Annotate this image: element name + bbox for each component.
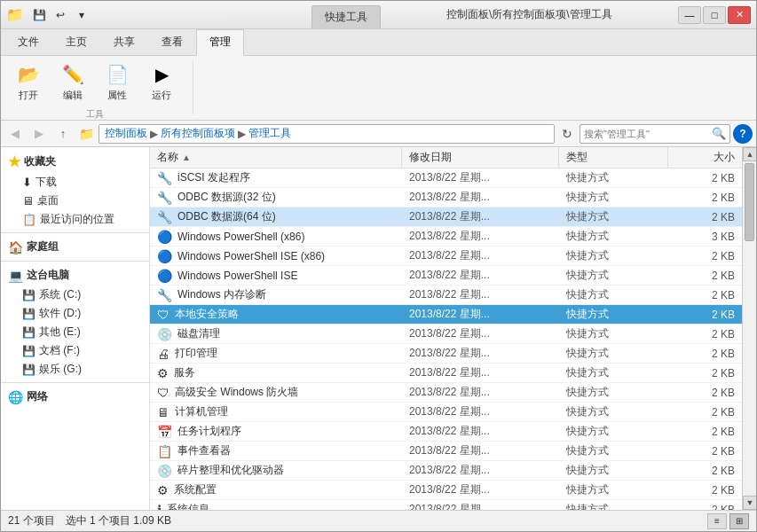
table-row[interactable]: 💿 磁盘清理 2013/8/22 星期... 快捷方式 2 KB	[150, 325, 742, 344]
qat-undo[interactable]: ↩	[51, 5, 70, 25]
scrollbar-thumb[interactable]	[745, 163, 754, 241]
sidebar-item-f[interactable]: 💾 文档 (F:)	[1, 341, 149, 360]
close-button[interactable]: ✕	[728, 6, 751, 24]
col-name-label: 名称	[157, 150, 178, 165]
file-icon: 🔵	[157, 249, 172, 263]
file-size-cell: 2 KB	[668, 463, 742, 479]
table-row[interactable]: 🛡 高级安全 Windows 防火墙 2013/8/22 星期... 快捷方式 …	[150, 383, 742, 403]
file-date-cell: 2013/8/22 星期...	[402, 481, 559, 499]
file-size-cell: 2 KB	[668, 443, 742, 459]
minimize-button[interactable]: —	[678, 6, 701, 24]
drive-e-label: 其他 (E:)	[39, 325, 81, 340]
table-row[interactable]: ℹ 系统信息 2013/8/22 星期... 快捷方式 2 KB	[150, 500, 742, 510]
scrollbar-down[interactable]: ▼	[743, 496, 756, 510]
file-icon: 🖥	[157, 405, 170, 419]
file-size-cell: 2 KB	[668, 268, 742, 284]
table-row[interactable]: 🖨 打印管理 2013/8/22 星期... 快捷方式 2 KB	[150, 344, 742, 364]
sidebar-header-homegroup[interactable]: 🏠 家庭组	[1, 237, 149, 257]
view-list-btn[interactable]: ≡	[707, 513, 727, 529]
tab-kuaijiegongju[interactable]: 快捷工具	[311, 5, 381, 28]
file-size-cell: 2 KB	[668, 365, 742, 381]
edit-icon: ✏️	[59, 60, 87, 89]
table-row[interactable]: 🔧 iSCSI 发起程序 2013/8/22 星期... 快捷方式 2 KB	[150, 168, 742, 188]
scrollbar-up[interactable]: ▲	[743, 147, 756, 161]
search-input[interactable]	[584, 129, 712, 139]
ribbon-btn-run[interactable]: ▶ 运行	[141, 56, 182, 106]
sidebar-item-g[interactable]: 💾 娱乐 (G:)	[1, 360, 149, 379]
search-icon[interactable]: 🔍	[712, 127, 726, 140]
edit-label: 编辑	[63, 89, 83, 102]
table-row[interactable]: 🖥 计算机管理 2013/8/22 星期... 快捷方式 2 KB	[150, 403, 742, 422]
file-size-cell: 2 KB	[668, 482, 742, 498]
col-header-date[interactable]: 修改日期	[402, 147, 559, 168]
table-row[interactable]: 🔧 Windows 内存诊断 2013/8/22 星期... 快捷方式 2 KB	[150, 286, 742, 305]
tab-home[interactable]: 主页	[52, 29, 100, 55]
recent-icon: 📋	[22, 213, 36, 226]
maximize-button[interactable]: □	[703, 6, 726, 24]
table-row[interactable]: 🛡 本地安全策略 2013/8/22 星期... 快捷方式 2 KB	[150, 305, 742, 325]
sidebar-item-downloads[interactable]: ⬇ 下载	[1, 173, 149, 192]
crumb-1[interactable]: 控制面板	[105, 126, 147, 141]
tab-view[interactable]: 查看	[148, 29, 196, 55]
address-bar[interactable]: 控制面板 ▶ 所有控制面板项 ▶ 管理工具	[99, 124, 555, 144]
table-row[interactable]: 📋 事件查看器 2013/8/22 星期... 快捷方式 2 KB	[150, 442, 742, 461]
sidebar-item-c[interactable]: 💾 系统 (C:)	[1, 286, 149, 304]
file-type-cell: 快捷方式	[559, 325, 668, 343]
refresh-button[interactable]: ↻	[557, 124, 577, 144]
file-icon: 🔧	[157, 210, 172, 224]
table-row[interactable]: 🔧 ODBC 数据源(32 位) 2013/8/22 星期... 快捷方式 2 …	[150, 188, 742, 207]
file-date-cell: 2013/8/22 星期...	[402, 305, 559, 324]
tab-share[interactable]: 共享	[100, 29, 148, 55]
ribbon-btn-open[interactable]: 📂 打开	[8, 56, 49, 106]
file-type-cell: 快捷方式	[559, 422, 668, 441]
homegroup-icon: 🏠	[8, 240, 23, 254]
table-row[interactable]: 🔵 Windows PowerShell (x86) 2013/8/22 星期.…	[150, 227, 742, 246]
table-row[interactable]: 🔵 Windows PowerShell ISE 2013/8/22 星期...…	[150, 266, 742, 286]
addressbar: ◀ ▶ ↑ 📁 控制面板 ▶ 所有控制面板项 ▶ 管理工具 ↻ 🔍 ?	[1, 121, 756, 147]
ribbon-btn-edit[interactable]: ✏️ 编辑	[52, 56, 93, 106]
sidebar-item-recent[interactable]: 📋 最近访问的位置	[1, 210, 149, 229]
sidebar-item-e[interactable]: 💾 其他 (E:)	[1, 323, 149, 341]
tab-manage[interactable]: 管理	[196, 29, 244, 56]
view-details-btn[interactable]: ⊞	[729, 513, 749, 529]
col-header-name[interactable]: 名称 ▲	[150, 147, 402, 168]
table-row[interactable]: ⚙ 系统配置 2013/8/22 星期... 快捷方式 2 KB	[150, 481, 742, 500]
status-selected: 选中 1 个项目 1.09 KB	[66, 513, 171, 528]
file-type-cell: 快捷方式	[559, 305, 668, 324]
tab-file[interactable]: 文件	[4, 29, 52, 55]
search-box[interactable]: 🔍	[580, 124, 730, 144]
qat-dropdown[interactable]: ▾	[72, 5, 91, 25]
crumb-2[interactable]: 所有控制面板项	[161, 126, 235, 141]
sidebar-item-d[interactable]: 💾 软件 (D:)	[1, 304, 149, 323]
table-row[interactable]: 🔵 Windows PowerShell ISE (x86) 2013/8/22…	[150, 246, 742, 266]
help-button[interactable]: ?	[733, 124, 753, 144]
file-name-cell: 💿 碎片整理和优化驱动器	[150, 461, 402, 480]
nav-up[interactable]: ↑	[52, 124, 74, 144]
file-size-cell: 2 KB	[668, 502, 742, 511]
crumb-3[interactable]: 管理工具	[248, 126, 291, 141]
nav-back[interactable]: ◀	[4, 124, 26, 144]
desktop-label: 桌面	[37, 193, 59, 208]
file-size-cell: 2 KB	[668, 307, 742, 323]
sidebar-header-favorites[interactable]: ★ 收藏夹	[1, 151, 149, 173]
nav-forward[interactable]: ▶	[28, 124, 50, 144]
qat-save[interactable]: 💾	[29, 5, 49, 25]
sidebar-item-desktop[interactable]: 🖥 桌面	[1, 192, 149, 210]
property-label: 属性	[107, 89, 127, 102]
ribbon-btn-property[interactable]: 📄 属性	[97, 56, 138, 106]
table-row[interactable]: 💿 碎片整理和优化驱动器 2013/8/22 星期... 快捷方式 2 KB	[150, 461, 742, 481]
table-row[interactable]: 📅 任务计划程序 2013/8/22 星期... 快捷方式 2 KB	[150, 422, 742, 442]
file-name-cell: 💿 磁盘清理	[150, 325, 402, 343]
col-header-size[interactable]: 大小	[668, 147, 742, 168]
download-icon: ⬇	[22, 176, 32, 189]
sidebar-header-network[interactable]: 🌐 网络	[1, 387, 149, 407]
file-date-cell: 2013/8/22 星期...	[402, 383, 559, 402]
sidebar-header-computer[interactable]: 💻 这台电脑	[1, 265, 149, 286]
file-size-cell: 2 KB	[668, 170, 742, 186]
scrollbar[interactable]: ▲ ▼	[742, 147, 756, 510]
table-row[interactable]: ⚙ 服务 2013/8/22 星期... 快捷方式 2 KB	[150, 364, 742, 383]
file-icon: 🛡	[157, 308, 170, 322]
table-row[interactable]: 🔧 ODBC 数据源(64 位) 2013/8/22 星期... 快捷方式 2 …	[150, 207, 742, 227]
file-name-cell: 🔧 ODBC 数据源(32 位)	[150, 188, 402, 207]
col-header-type[interactable]: 类型	[559, 147, 669, 168]
